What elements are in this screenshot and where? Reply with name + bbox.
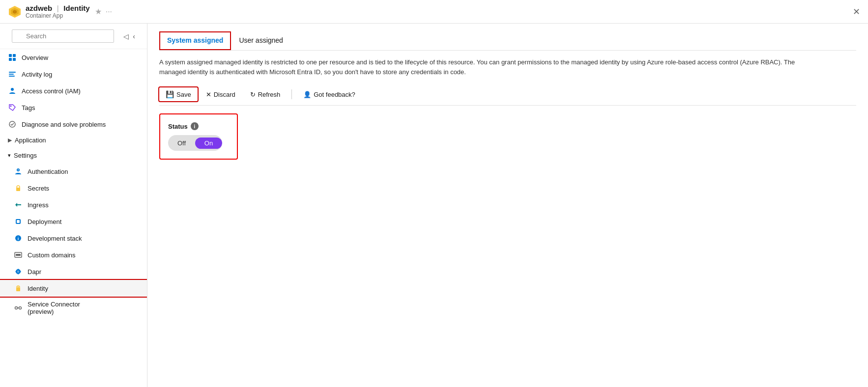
close-button[interactable]: ✕ (853, 6, 860, 17)
sidebar-item-development-stack[interactable]: i Development stack (0, 230, 147, 247)
sidebar-item-label-application: Application (15, 137, 46, 144)
refresh-icon: ↻ (250, 91, 256, 98)
sidebar-item-label-development-stack: Development stack (28, 235, 82, 242)
activity-log-icon (8, 70, 17, 79)
search-wrap: 🔍 (12, 29, 114, 43)
deployment-icon (14, 217, 23, 226)
sidebar-item-label-custom-domains: Custom domains (28, 251, 76, 259)
sidebar-header: 🔍 ◁ ‹ (6, 28, 141, 45)
secrets-icon (14, 184, 23, 193)
sidebar-item-label-deployment: Deployment (28, 218, 61, 225)
application-chevron-icon: ▶ (8, 137, 12, 143)
sidebar-item-application[interactable]: ▶ Application (0, 133, 147, 148)
sidebar-item-label-tags: Tags (22, 104, 35, 111)
refresh-button[interactable]: ↻ Refresh (244, 88, 287, 101)
sidebar-item-authentication[interactable]: Authentication (0, 163, 147, 180)
content-inner: System assigned User assigned A system a… (147, 24, 868, 167)
access-control-icon (8, 86, 17, 95)
page-title: Identity (63, 4, 89, 12)
ingress-icon (14, 200, 23, 209)
sidebar-item-label-identity: Identity (28, 285, 48, 292)
sidebar-item-label-ingress: Ingress (28, 201, 49, 209)
title-bar: azdweb | Identity Container App ★ ··· ✕ (0, 0, 868, 24)
app-logo (8, 5, 22, 19)
sidebar-item-secrets[interactable]: Secrets (0, 180, 147, 196)
info-icon-text: i (194, 124, 195, 129)
svg-rect-4 (13, 54, 16, 57)
save-button[interactable]: 💾 Save (159, 87, 198, 101)
sidebar-item-identity[interactable]: Identity (0, 280, 147, 297)
tabs-container: System assigned User assigned (159, 31, 856, 51)
svg-rect-22 (16, 254, 21, 256)
svg-point-14 (18, 169, 19, 170)
search-input[interactable] (12, 29, 114, 43)
toggle-on-option[interactable]: On (195, 138, 222, 149)
authentication-icon (14, 167, 23, 176)
development-stack-icon: i (14, 234, 23, 243)
sidebar: 🔍 ◁ ‹ Overview Activity log (0, 24, 147, 387)
svg-rect-7 (9, 72, 16, 73)
custom-domains-icon (14, 250, 23, 259)
status-label-row: Status i (168, 122, 229, 130)
tab-label-system-assigned: System assigned (167, 36, 223, 44)
svg-rect-18 (17, 220, 20, 223)
svg-point-11 (10, 106, 12, 107)
more-options-button[interactable]: ··· (106, 7, 112, 16)
sidebar-item-access-control[interactable]: Access control (IAM) (0, 83, 147, 99)
toolbar-divider (291, 89, 292, 99)
star-button[interactable]: ★ (95, 7, 102, 16)
sidebar-item-label-dapr: Dapr (28, 268, 41, 276)
sidebar-item-custom-domains[interactable]: Custom domains (0, 247, 147, 263)
toolbar: 💾 Save ✕ Discard ↻ Refresh 👤 Got feedbac… (159, 83, 856, 106)
tab-user-assigned[interactable]: User assigned (231, 31, 291, 50)
sidebar-nav-icons: ◁ ‹ (123, 32, 135, 40)
dapr-icon (14, 267, 23, 276)
svg-point-30 (15, 307, 18, 309)
discard-button[interactable]: ✕ Discard (200, 88, 242, 101)
discard-label: Discard (214, 91, 235, 98)
save-label: Save (176, 91, 191, 98)
sidebar-collapse-icon[interactable]: ‹ (133, 32, 135, 40)
svg-rect-6 (13, 58, 16, 61)
sidebar-item-label-service-connector: Service Connector(preview) (28, 301, 80, 315)
sidebar-item-overview[interactable]: Overview (0, 49, 147, 66)
sidebar-item-dapr[interactable]: Dapr (0, 263, 147, 280)
sidebar-search-container: 🔍 ◁ ‹ (0, 24, 147, 49)
svg-point-10 (11, 88, 14, 91)
status-text: Status (168, 123, 188, 130)
sidebar-item-label-overview: Overview (22, 54, 48, 61)
nav-back-icon[interactable]: ◁ (123, 32, 129, 40)
status-info-icon[interactable]: i (191, 122, 199, 130)
sidebar-item-diagnose[interactable]: Diagnose and solve problems (0, 116, 147, 133)
feedback-button[interactable]: 👤 Got feedback? (297, 88, 362, 101)
sidebar-item-activity-log[interactable]: Activity log (0, 66, 147, 83)
svg-point-31 (19, 307, 22, 309)
identity-icon (14, 284, 23, 293)
discard-icon: ✕ (206, 91, 211, 98)
status-section: Status i Off On (159, 113, 238, 160)
sidebar-item-tags[interactable]: Tags (0, 99, 147, 116)
main-layout: 🔍 ◁ ‹ Overview Activity log (0, 24, 868, 387)
sidebar-item-service-connector[interactable]: Service Connector(preview) (0, 297, 147, 319)
overview-icon (8, 53, 17, 62)
sidebar-item-ingress[interactable]: Ingress (0, 196, 147, 213)
title-bar-text: azdweb | Identity Container App (26, 4, 90, 19)
title-separator: | (57, 4, 59, 12)
feedback-icon: 👤 (303, 91, 311, 98)
refresh-label: Refresh (258, 91, 281, 98)
tab-system-assigned[interactable]: System assigned (159, 31, 231, 50)
tags-icon (8, 103, 17, 112)
content-area: System assigned User assigned A system a… (147, 24, 868, 387)
service-connector-icon (14, 304, 23, 312)
sidebar-item-deployment[interactable]: Deployment (0, 213, 147, 230)
toggle-off-option[interactable]: Off (168, 138, 195, 149)
subtitle: Container App (26, 12, 90, 19)
tab-label-user-assigned: User assigned (239, 36, 283, 44)
status-toggle[interactable]: Off On (168, 135, 222, 151)
feedback-label: Got feedback? (314, 91, 355, 98)
sidebar-group-label-settings: Settings (14, 152, 37, 159)
sidebar-group-settings[interactable]: ▾ Settings (0, 148, 147, 163)
sidebar-item-label-access-control: Access control (IAM) (22, 87, 81, 95)
svg-rect-9 (9, 76, 15, 77)
svg-rect-8 (9, 74, 14, 75)
